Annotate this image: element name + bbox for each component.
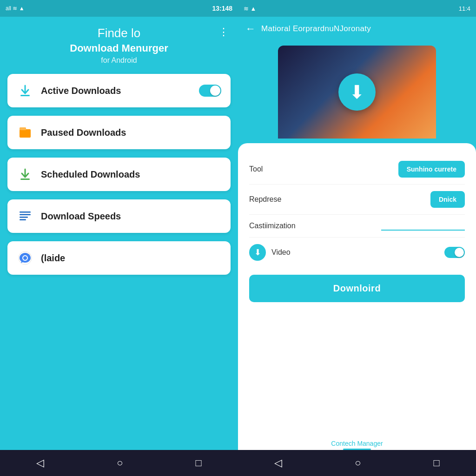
menu-item-paused-downloads[interactable]: Paused Downloads bbox=[7, 116, 231, 149]
more-icon[interactable]: ⋮ bbox=[218, 26, 229, 38]
right-status-icons: ≋ ▲ bbox=[244, 5, 256, 12]
paused-downloads-label: Paused Downloads bbox=[41, 127, 221, 138]
tool-row: Tool Sunhino currete bbox=[249, 154, 465, 185]
svg-rect-5 bbox=[20, 214, 31, 216]
app-title: Finde lo bbox=[9, 26, 229, 40]
left-bottom-nav: ◁ ○ □ bbox=[0, 450, 238, 476]
video-icon-wrap: ⬇ bbox=[249, 244, 266, 261]
svg-rect-2 bbox=[20, 127, 26, 130]
repdrese-button[interactable]: Dnick bbox=[430, 191, 465, 208]
active-downloads-toggle[interactable] bbox=[199, 85, 221, 97]
laptop-preview: ⬇ bbox=[238, 41, 476, 143]
laptop-image: ⬇ bbox=[278, 46, 436, 139]
repdrese-label: Repdrese bbox=[249, 195, 281, 204]
right-home-nav-btn[interactable]: ○ bbox=[345, 453, 370, 473]
active-downloads-label: Active Downloads bbox=[41, 86, 192, 96]
download-circle-icon: ⬇ bbox=[349, 81, 365, 103]
customization-label: Castiimization bbox=[249, 222, 296, 230]
svg-rect-0 bbox=[20, 95, 30, 96]
customization-row: Castiimization bbox=[249, 215, 465, 238]
svg-rect-3 bbox=[20, 178, 30, 180]
right-screen-title: Matioral EorprardnuNJoronaty bbox=[261, 24, 469, 33]
menu-list: Active Downloads Paused Downloads Schedu… bbox=[0, 69, 238, 450]
guide-label: (laide bbox=[41, 253, 221, 264]
video-toggle[interactable] bbox=[444, 247, 465, 258]
paused-downloads-icon bbox=[17, 124, 33, 141]
recents-nav-btn[interactable]: □ bbox=[186, 453, 211, 473]
menu-item-active-downloads[interactable]: Active Downloads bbox=[7, 74, 231, 107]
app-subtitle: Download Menurger bbox=[9, 42, 229, 54]
right-back-nav-btn[interactable]: ◁ bbox=[265, 453, 291, 473]
repdrese-row: Repdrese Dnick bbox=[249, 185, 465, 215]
right-recents-nav-btn[interactable]: □ bbox=[424, 453, 449, 473]
svg-rect-1 bbox=[20, 129, 31, 138]
menu-item-scheduled-downloads[interactable]: Scheduled Downloads bbox=[7, 158, 231, 191]
left-header: ⋮ Finde lo Download Menurger for Android bbox=[0, 17, 238, 69]
menu-item-download-speeds[interactable]: Download Speeds bbox=[7, 199, 231, 233]
svg-rect-6 bbox=[20, 217, 28, 218]
svg-rect-4 bbox=[20, 212, 31, 213]
left-status-time: 13:148 bbox=[212, 5, 232, 12]
customization-input[interactable] bbox=[381, 221, 465, 231]
scheduled-downloads-label: Scheduled Downloads bbox=[41, 169, 221, 180]
right-header: ← Matioral EorprardnuNJoronaty bbox=[238, 17, 476, 41]
right-bottom-nav: ◁ ○ □ bbox=[238, 450, 476, 476]
svg-rect-7 bbox=[20, 219, 26, 221]
bottom-tab-area[interactable]: Contech Manager bbox=[249, 434, 465, 450]
left-status-icons: all ≋ ▲ bbox=[6, 5, 25, 12]
download-circle: ⬇ bbox=[338, 73, 376, 111]
bottom-card: Tool Sunhino currete Repdrese Dnick Cast… bbox=[238, 143, 476, 450]
scheduled-downloads-icon bbox=[17, 166, 33, 183]
right-panel: ≋ ▲ 11:4 ← Matioral EorprardnuNJoronaty … bbox=[238, 0, 476, 476]
bottom-tab-label: Contech Manager bbox=[249, 440, 465, 447]
left-status-bar: all ≋ ▲ 13:148 bbox=[0, 0, 238, 17]
svg-point-10 bbox=[23, 256, 27, 260]
left-panel: all ≋ ▲ 13:148 ⋮ Finde lo Download Menur… bbox=[0, 0, 238, 476]
guide-icon bbox=[17, 250, 33, 266]
video-label: Video bbox=[271, 248, 439, 257]
right-status-bar: ≋ ▲ 11:4 bbox=[238, 0, 476, 17]
menu-item-guide[interactable]: (laide bbox=[7, 241, 231, 275]
tool-label: Tool bbox=[249, 165, 263, 173]
back-nav-btn[interactable]: ◁ bbox=[27, 453, 53, 473]
app-platform: for Android bbox=[9, 56, 229, 65]
active-downloads-icon bbox=[17, 82, 33, 99]
video-download-icon: ⬇ bbox=[254, 247, 261, 258]
home-nav-btn[interactable]: ○ bbox=[107, 453, 132, 473]
tool-button[interactable]: Sunhino currete bbox=[398, 161, 465, 178]
right-status-time: 11:4 bbox=[459, 5, 470, 12]
back-button[interactable]: ← bbox=[245, 23, 256, 35]
download-speeds-label: Download Speeds bbox=[41, 211, 221, 222]
download-speeds-icon bbox=[17, 208, 33, 225]
download-button[interactable]: Downloird bbox=[249, 275, 465, 302]
video-row: ⬇ Video bbox=[249, 238, 465, 267]
